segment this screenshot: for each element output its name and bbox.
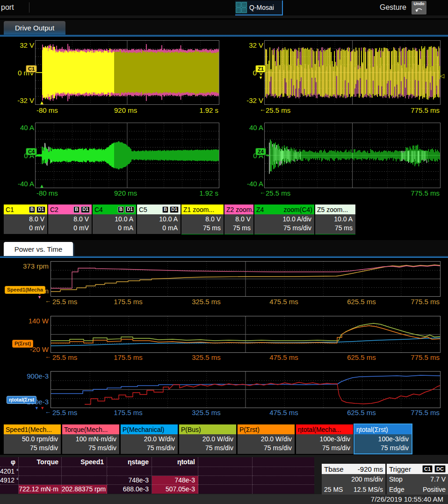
efficiency-strip-plot[interactable] [51,371,441,408]
z4-pan-left-arrow[interactable]: ← [260,190,266,195]
speed-trace-badge[interactable]: Speed1(Mecha [5,286,45,294]
efficiency-top-label: 900e-3 [5,372,49,380]
descriptor-title: ηtotal(Σrst) [356,426,388,433]
descriptor-torque[interactable]: Torque(Mech... 100 mN·m/div75 ms/div [62,424,119,453]
speed-pan-left-arrow[interactable]: ← [45,298,51,304]
c1-waveform [36,41,219,104]
accent-divider-top [0,35,448,37]
z4-xtick-right: 775.5 ms [402,189,440,197]
vertical-offset: 0 mV [4,224,44,233]
horizontal-scale: 75 ms/div [254,224,311,233]
descriptor-z5[interactable]: Z5 zoom... 10.0 A75 ms [315,205,355,234]
c1-voltage-plot[interactable] [35,40,219,105]
vertical-offset: 0 mA [137,224,178,233]
c1-trigger-time-marker: ▲ [39,100,44,105]
descriptor-c4[interactable]: C4BD1 10.0 A0 mA [93,205,136,234]
descriptor-subtitle: zoom... [236,206,253,213]
vertical-scale: 100e-3/div [354,435,409,444]
speed-xtick: 475.5 ms [269,298,298,306]
col-header-eta-stage: ηstage [107,457,152,467]
descriptor-p-mechanical[interactable]: P(Mechanical) 20.0 W/div75 ms/div [121,424,178,453]
efficiency-pan-left-arrow[interactable]: ← [45,409,51,415]
descriptor-c1[interactable]: C1BD1 8.0 V0 mV [4,205,47,234]
tab-power-vs-time[interactable]: Power vs. Time [4,242,73,256]
top-toolbar: port Q-Mosai Gesture Undo [0,0,448,18]
vertical-scale: 8.0 V [224,215,251,224]
descriptor-title: C1 [6,206,14,213]
horizontal-scale: 75 ms/div [62,444,116,453]
efficiency-xtick: 775.5 ms [411,409,440,416]
horizontal-scale: 75 ms [315,224,353,233]
bandwidth-badge: B [162,206,168,213]
vertical-scale: 50.0 rpm/div [4,435,58,444]
c4-current-plot[interactable] [35,123,219,188]
z1-pan-left-arrow[interactable]: ← [260,107,266,112]
descriptor-title: ηtotal(Mecha... [298,426,341,433]
z4-xtick-left: 25.5 ms [266,189,290,197]
speed-xtick: 25.5 ms [52,298,77,306]
timebase-offset: -920 ms [358,465,383,473]
vertical-scale: 100 mN·m/div [62,435,116,444]
drive-output-tabstrip: Drive Output [0,20,448,36]
acquisition-timestamp: 7/26/2019 10:55:40 AM [371,495,443,503]
z1-trace-badge[interactable]: Z1 [255,65,266,73]
descriptor-c2[interactable]: C2BD1 8.0 V0 mV [48,205,92,234]
qmosaic-button[interactable]: Q-Mosai [235,0,283,15]
horizontal-scale: 75 ms/div [238,444,292,453]
table-cell [198,485,253,494]
oscilloscope-screen: port Q-Mosai Gesture Undo [0,0,448,504]
c4-trace-badge[interactable]: C4 [26,148,37,155]
table-cell: 748e-3 [107,476,152,485]
c1-trace-badge[interactable]: C1 [26,65,37,73]
vertical-scale: 10.0 A [315,215,353,224]
power-trace-badge[interactable]: P(Σrst) [12,340,33,348]
c1-trigger-level-marker[interactable]: ◁ [440,73,444,79]
menu-item-port[interactable]: port [1,3,14,12]
power-xtick: 625.5 ms [347,353,376,361]
vertical-scale: 8.0 V [48,215,89,224]
power-xtick: 25.5 ms [52,353,77,361]
descriptor-speed1[interactable]: Speed1(Mech... 50.0 rpm/div75 ms/div [4,424,61,453]
table-cell [198,476,253,485]
descriptor-p-bus[interactable]: P(Bus) 20.0 W/div75 ms/div [179,424,236,453]
digital-badge: D1 [81,206,90,213]
trigger-type: Edge [389,486,405,493]
table-cell [62,467,107,476]
z1-zoom-plot[interactable] [264,40,441,105]
power-pan-left-arrow[interactable]: ← [45,354,51,359]
horizontal-scale: 75 ms/div [179,444,233,453]
efficiency-trace-badge[interactable]: ηtotal(Σrst [7,396,36,404]
efficiency-xtick: 625.5 ms [347,409,376,416]
vertical-scale: 10.0 A [137,215,178,224]
vertical-scale: 10.0 A [93,215,133,224]
col-header-speed1: Speed1 [62,457,107,467]
tab-drive-output[interactable]: Drive Output [4,21,65,35]
c4-xtick-mid: 920 ms [114,189,137,197]
z4-trace-badge[interactable]: Z4 [255,148,266,155]
descriptor-z1[interactable]: Z1 zoom... 8.0 V75 ms [181,205,224,234]
power-strip-plot[interactable] [51,316,441,353]
descriptor-z2[interactable]: Z2 zoom... 8.0 V75 ms [224,205,253,234]
timebase-panel[interactable]: Tbase-920 ms 200 ms/div 25 MS12.5 MS/s [322,464,385,495]
descriptor-eta-mechanical[interactable]: ηtotal(Mecha... 100e-3/div75 ms/div [296,424,353,453]
trigger-panel[interactable]: TriggerC1DC Stop7.7 V EdgePositive [387,464,448,495]
descriptor-c5[interactable]: C5BD1 10.0 A0 mA [137,205,181,234]
z1-level-arrow: ▼ [259,75,263,80]
digital-badge: D1 [170,206,179,213]
descriptor-p-sum[interactable]: P(Σrst) 20.0 W/div75 ms/div [238,424,295,453]
descriptor-title: P(Bus) [181,426,201,433]
descriptor-eta-sum-selected[interactable]: ηtotal(Σrst) 100e-3/div75 ms/div [354,424,412,453]
descriptor-title: C5 [139,206,147,213]
timebase-record-length: 25 MS [324,486,343,493]
vertical-scale: 20.0 W/div [238,435,292,444]
z1-waveform [265,41,440,104]
table-cell: 4912 ° [0,476,19,485]
horizontal-scale: 75 ms [224,224,251,233]
undo-button[interactable]: Undo [412,1,426,15]
speed-strip-plot[interactable] [51,261,441,297]
descriptor-z4[interactable]: Z4zoom(C4) 10.0 A/div75 ms/div [254,205,314,234]
qmosaic-label: Q-Mosai [249,4,274,11]
z4-zoom-plot[interactable] [264,123,441,188]
c4-xtick-left: -80 ms [36,189,58,197]
bandwidth-badge: B [118,206,124,213]
